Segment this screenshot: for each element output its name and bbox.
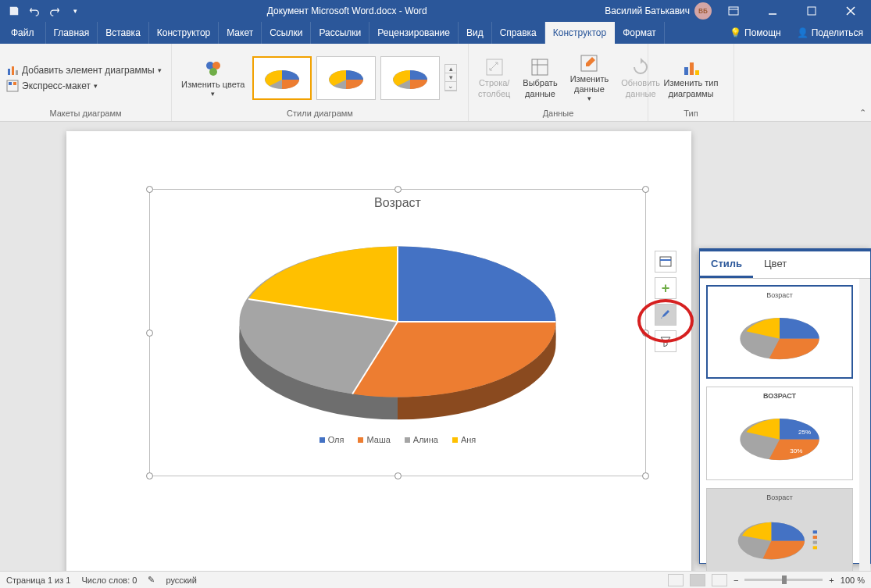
view-read-mode[interactable]: [668, 574, 684, 586]
status-bar: Страница 1 из 1 Число слов: 0 ✎ русский …: [0, 571, 871, 588]
document-title: Документ Microsoft Word.docx - Word: [89, 5, 605, 16]
select-data-icon: [529, 56, 551, 78]
tab-view[interactable]: Вид: [459, 22, 492, 44]
tab-chart-design[interactable]: Конструктор: [545, 22, 615, 44]
maximize-button[interactable]: [794, 0, 829, 22]
zoom-level[interactable]: 100 %: [841, 576, 865, 585]
chart-filters-button[interactable]: [655, 330, 676, 352]
tab-mailings[interactable]: Рассылки: [311, 22, 369, 44]
share-icon: 👤: [797, 27, 809, 38]
redo-button[interactable]: [45, 2, 64, 20]
style-scroll-down[interactable]: ▾: [445, 73, 456, 82]
qat-customize[interactable]: ▾: [66, 2, 84, 20]
flyout-tab-color[interactable]: Цвет: [753, 251, 798, 278]
svg-rect-4: [8, 69, 10, 75]
lightbulb-icon: 💡: [730, 27, 741, 38]
colors-icon: [202, 58, 224, 80]
svg-rect-36: [813, 530, 817, 533]
close-button[interactable]: [834, 0, 868, 22]
svg-text:30%: 30%: [790, 447, 802, 454]
title-bar: ▾ Документ Microsoft Word.docx - Word Ва…: [0, 0, 871, 22]
ribbon-tabs: Файл Главная Вставка Конструктор Макет С…: [0, 22, 871, 44]
undo-button[interactable]: [25, 2, 44, 20]
chart-legend[interactable]: Оля Маша Алина Аня: [150, 430, 645, 444]
style-gallery-expand[interactable]: ⌄: [445, 82, 456, 91]
quick-layout-button[interactable]: Экспресс-макет▾: [5, 79, 163, 93]
zoom-in-button[interactable]: +: [829, 576, 834, 585]
user-name[interactable]: Василий Батькавич: [605, 5, 690, 16]
svg-rect-0: [729, 7, 738, 15]
brush-icon: [659, 308, 672, 321]
document-page: Возраст О: [66, 131, 691, 571]
svg-rect-16: [487, 59, 502, 75]
tab-insert[interactable]: Вставка: [98, 22, 149, 44]
svg-rect-23: [695, 70, 699, 75]
chart-style-1[interactable]: [252, 56, 312, 100]
svg-rect-22: [690, 62, 694, 75]
view-print-layout[interactable]: [690, 574, 705, 586]
save-button[interactable]: [5, 2, 23, 20]
zoom-out-button[interactable]: −: [734, 576, 738, 585]
tab-file[interactable]: Файл: [0, 22, 46, 44]
flyout-style-list[interactable]: Возраст ВОЗРАСТ 25%30% Возраст: [700, 279, 859, 588]
flyout-style-item-3[interactable]: Возраст: [706, 488, 853, 582]
edit-data-icon: [578, 52, 600, 74]
status-word-count[interactable]: Число слов: 0: [81, 576, 137, 585]
flyout-scrollbar[interactable]: [859, 279, 870, 588]
style-scroll-up[interactable]: ▴: [445, 65, 456, 73]
tab-review[interactable]: Рецензирование: [369, 22, 459, 44]
change-colors-button[interactable]: Изменить цвета▾: [177, 56, 249, 100]
chart-style-2[interactable]: [316, 56, 376, 100]
switch-row-column-button: Строка/ столбец: [473, 55, 515, 100]
svg-text:25%: 25%: [798, 429, 811, 436]
chart-type-icon: [680, 56, 701, 78]
chart-styles-button[interactable]: [655, 304, 676, 326]
group-label-data: Данные: [473, 109, 643, 119]
tab-help[interactable]: Справка: [492, 22, 545, 44]
chart-elements-button[interactable]: +: [655, 277, 676, 299]
switch-icon: [484, 56, 505, 78]
slice-olya[interactable]: [398, 247, 556, 322]
status-page[interactable]: Страница 1 из 1: [6, 576, 70, 585]
svg-point-12: [209, 68, 217, 76]
view-web-layout[interactable]: [712, 574, 727, 586]
spellcheck-icon[interactable]: ✎: [148, 575, 155, 585]
tab-home[interactable]: Главная: [46, 22, 98, 44]
svg-rect-39: [813, 546, 817, 549]
tab-references[interactable]: Ссылки: [262, 22, 311, 44]
chart-style-flyout: Стиль Цвет Возраст ВОЗРАСТ 25%30% Возрас…: [699, 248, 871, 564]
tab-layout[interactable]: Макет: [219, 22, 262, 44]
chart-layout-options-button[interactable]: [655, 251, 676, 273]
quick-layout-icon: [6, 80, 19, 92]
tab-design[interactable]: Конструктор: [149, 22, 219, 44]
collapse-ribbon-button[interactable]: ⌃: [859, 108, 866, 118]
ribbon-display-button[interactable]: [716, 0, 751, 22]
filter-icon: [660, 336, 671, 347]
group-label-type: Тип: [653, 109, 729, 119]
user-avatar[interactable]: ВБ: [694, 2, 712, 20]
svg-rect-5: [12, 66, 14, 75]
chart-object[interactable]: Возраст О: [149, 189, 646, 476]
tell-me-button[interactable]: 💡Помощн: [722, 22, 789, 44]
chart-title[interactable]: Возраст: [150, 190, 645, 216]
minimize-button[interactable]: [755, 0, 790, 22]
svg-rect-8: [9, 82, 12, 85]
flyout-style-item-1[interactable]: Возраст: [706, 285, 853, 379]
add-chart-element-button[interactable]: Добавить элемент диаграммы▾: [5, 63, 163, 77]
svg-rect-30: [660, 257, 671, 266]
flyout-tab-style[interactable]: Стиль: [700, 251, 753, 278]
pie-chart[interactable]: [150, 216, 645, 427]
svg-rect-9: [13, 82, 16, 85]
change-chart-type-button[interactable]: Изменить тип диаграммы: [659, 55, 723, 100]
edit-data-button[interactable]: Изменить данные▾: [566, 51, 614, 105]
group-label-layouts: Макеты диаграмм: [5, 109, 166, 119]
flyout-style-item-2[interactable]: ВОЗРАСТ 25%30%: [706, 387, 853, 480]
tab-format[interactable]: Формат: [615, 22, 665, 44]
chart-style-3[interactable]: [380, 56, 440, 100]
select-data-button[interactable]: Выбрать данные: [518, 55, 562, 100]
add-element-icon: [6, 64, 19, 77]
status-language[interactable]: русский: [166, 576, 196, 585]
ribbon: Добавить элемент диаграммы▾ Экспресс-мак…: [0, 44, 871, 122]
zoom-slider[interactable]: [744, 579, 823, 581]
share-button[interactable]: 👤Поделиться: [789, 22, 871, 44]
